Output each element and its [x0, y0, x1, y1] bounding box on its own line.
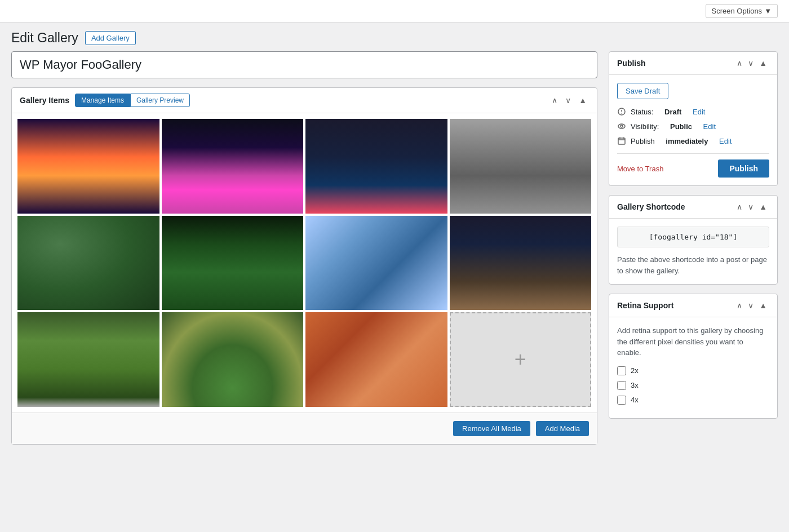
gallery-image-6[interactable]: [162, 216, 304, 311]
retina-3x-checkbox[interactable]: [617, 381, 626, 390]
publish-panel-body: Save Draft Status: Draft Edit Visibility…: [609, 75, 777, 185]
screen-options-button[interactable]: Screen Options ▼: [706, 4, 778, 18]
retina-2x-label: 2x: [631, 366, 639, 375]
gallery-image-5[interactable]: [17, 216, 159, 311]
tab-gallery-preview[interactable]: Gallery Preview: [130, 94, 190, 107]
shortcode-collapse-up[interactable]: ∧: [734, 201, 744, 212]
status-value: Draft: [664, 108, 681, 116]
publish-time-row: Publish immediately Edit: [617, 136, 769, 145]
gallery-image-4[interactable]: [450, 119, 592, 214]
visibility-row: Visibility: Public Edit: [617, 122, 769, 131]
visibility-label: Visibility:: [631, 122, 659, 131]
publish-time-value: immediately: [666, 137, 708, 145]
gallery-image-1[interactable]: [17, 119, 159, 214]
gallery-image-11[interactable]: [305, 312, 447, 407]
retina-4x-label: 4x: [631, 396, 639, 404]
shortcode-collapse-toggle[interactable]: ▲: [757, 201, 769, 212]
move-to-trash-link[interactable]: Move to Trash: [617, 165, 663, 173]
gallery-scroll-area: +: [12, 113, 597, 413]
collapse-down-button[interactable]: ∨: [563, 95, 573, 106]
retina-collapse-toggle[interactable]: ▲: [757, 300, 769, 311]
gallery-items-header: Gallery Items Manage Items Gallery Previ…: [12, 88, 597, 113]
status-row: Status: Draft Edit: [617, 107, 769, 116]
main-content: Gallery Items Manage Items Gallery Previ…: [11, 51, 597, 445]
add-media-button[interactable]: Add Media: [536, 421, 589, 436]
gallery-image-7[interactable]: [305, 216, 447, 311]
top-bar: Screen Options ▼: [0, 0, 789, 23]
retina-option-3x: 3x: [617, 381, 769, 390]
screen-options-chevron: ▼: [764, 7, 772, 15]
visibility-icon: [617, 122, 626, 131]
visibility-value: Public: [670, 122, 692, 131]
publish-panel-controls: ∧ ∨ ▲: [734, 57, 769, 69]
retina-panel-title: Retina Support: [617, 301, 673, 310]
retina-panel-header: Retina Support ∧ ∨ ▲: [609, 294, 777, 317]
add-gallery-button[interactable]: Add Gallery: [85, 31, 136, 45]
svg-point-3: [618, 124, 625, 128]
collapse-up-button[interactable]: ∧: [549, 95, 560, 106]
retina-panel-body: Add retina support to this gallery by ch…: [609, 317, 777, 418]
gallery-title-input[interactable]: [12, 52, 597, 78]
gallery-grid: +: [17, 119, 591, 407]
retina-support-panel: Retina Support ∧ ∨ ▲ Add retina support …: [609, 294, 778, 419]
retina-4x-checkbox[interactable]: [617, 396, 626, 405]
retina-option-4x: 4x: [617, 396, 769, 405]
publish-panel-title: Publish: [617, 59, 646, 68]
retina-panel-controls: ∧ ∨ ▲: [734, 300, 769, 311]
shortcode-panel-controls: ∧ ∨ ▲: [734, 201, 769, 212]
title-input-wrap: [11, 51, 597, 78]
svg-rect-5: [618, 138, 625, 144]
publish-actions-row: Move to Trash Publish: [617, 153, 769, 178]
gallery-shortcode-panel: Gallery Shortcode ∧ ∨ ▲ [foogallery id="…: [609, 195, 778, 285]
publish-panel-header: Publish ∧ ∨ ▲: [609, 52, 777, 75]
remove-all-media-button[interactable]: Remove All Media: [453, 421, 530, 436]
status-icon: [617, 107, 626, 116]
gallery-image-3[interactable]: [305, 119, 447, 214]
add-plus-icon: +: [515, 349, 526, 370]
retina-3x-label: 3x: [631, 381, 639, 389]
retina-collapse-down[interactable]: ∨: [746, 300, 756, 311]
publish-time-edit-link[interactable]: Edit: [719, 137, 732, 145]
shortcode-collapse-down[interactable]: ∨: [746, 201, 756, 212]
shortcode-panel-body: [foogallery id="18"] Paste the above sho…: [609, 219, 777, 284]
status-label: Status:: [631, 108, 653, 116]
publish-collapse-up[interactable]: ∧: [734, 57, 744, 69]
shortcode-panel-header: Gallery Shortcode ∧ ∨ ▲: [609, 196, 777, 219]
publish-button[interactable]: Publish: [718, 159, 769, 178]
page-header: Edit Gallery Add Gallery: [0, 23, 789, 51]
gallery-image-8[interactable]: [450, 216, 592, 311]
sidebar: Publish ∧ ∨ ▲ Save Draft Status: Draft E…: [609, 51, 778, 445]
shortcode-box[interactable]: [foogallery id="18"]: [617, 227, 769, 247]
gallery-image-10[interactable]: [162, 312, 304, 407]
gallery-grid-wrap: +: [12, 113, 597, 413]
screen-options-label: Screen Options: [712, 7, 763, 15]
publish-panel: Publish ∧ ∨ ▲ Save Draft Status: Draft E…: [609, 51, 778, 186]
page-title: Edit Gallery: [11, 30, 78, 46]
collapse-toggle-button[interactable]: ▲: [577, 95, 589, 106]
svg-point-2: [621, 113, 622, 114]
svg-point-4: [620, 125, 623, 127]
retina-collapse-up[interactable]: ∧: [734, 300, 744, 311]
calendar-icon: [617, 136, 626, 145]
gallery-header-controls: ∧ ∨ ▲: [549, 95, 589, 106]
gallery-actions: Remove All Media Add Media: [12, 413, 597, 444]
shortcode-description: Paste the above shortcode into a post or…: [617, 254, 769, 276]
visibility-edit-link[interactable]: Edit: [703, 122, 716, 131]
gallery-items-panel: Gallery Items Manage Items Gallery Previ…: [11, 87, 597, 445]
retina-description: Add retina support to this gallery by ch…: [617, 325, 769, 358]
retina-2x-checkbox[interactable]: [617, 366, 626, 375]
publish-time-label: Publish: [631, 137, 655, 145]
retina-option-2x: 2x: [617, 366, 769, 375]
publish-collapse-toggle[interactable]: ▲: [757, 57, 769, 69]
main-layout: Gallery Items Manage Items Gallery Previ…: [0, 51, 789, 456]
tab-manage-items[interactable]: Manage Items: [75, 94, 130, 107]
gallery-image-9[interactable]: [17, 312, 159, 407]
publish-collapse-down[interactable]: ∨: [746, 57, 756, 69]
gallery-add-placeholder[interactable]: +: [450, 312, 592, 407]
shortcode-panel-title: Gallery Shortcode: [617, 202, 685, 211]
status-edit-link[interactable]: Edit: [693, 108, 705, 116]
gallery-items-title: Gallery Items: [20, 96, 69, 105]
save-draft-button[interactable]: Save Draft: [617, 83, 668, 99]
gallery-image-2[interactable]: [162, 119, 304, 214]
